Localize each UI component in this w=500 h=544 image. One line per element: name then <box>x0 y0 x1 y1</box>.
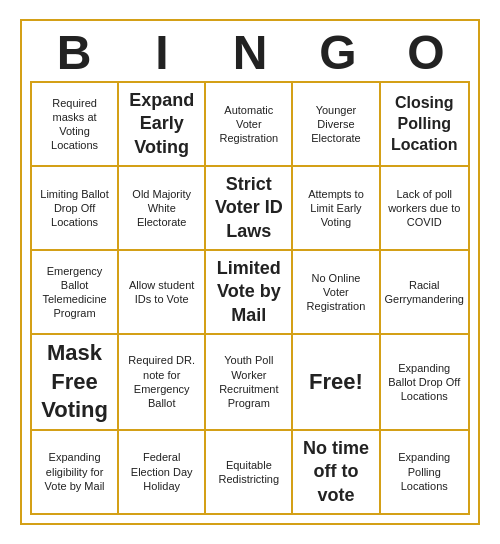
bingo-cell-11[interactable]: Allow student IDs to Vote <box>118 250 205 334</box>
bingo-cell-9[interactable]: Lack of poll workers due to COVID <box>380 166 469 250</box>
bingo-cell-22[interactable]: Equitable Redistricting <box>205 430 292 514</box>
header-n: N <box>208 29 292 77</box>
bingo-cell-6[interactable]: Old Majority White Electorate <box>118 166 205 250</box>
bingo-cell-3[interactable]: Younger Diverse Electorate <box>292 82 379 166</box>
bingo-cell-20[interactable]: Expanding eligibility for Vote by Mail <box>31 430 118 514</box>
header-i: I <box>120 29 204 77</box>
bingo-cell-24[interactable]: Expanding Polling Locations <box>380 430 469 514</box>
header-o: O <box>384 29 468 77</box>
bingo-cell-15[interactable]: Mask Free Voting <box>31 334 118 430</box>
bingo-cell-5[interactable]: Limiting Ballot Drop Off Locations <box>31 166 118 250</box>
bingo-header: B I N G O <box>30 29 470 77</box>
bingo-cell-17[interactable]: Youth Poll Worker Recruitment Program <box>205 334 292 430</box>
bingo-cell-1[interactable]: Expand Early Voting <box>118 82 205 166</box>
bingo-cell-0[interactable]: Required masks at Voting Locations <box>31 82 118 166</box>
bingo-grid: Required masks at Voting LocationsExpand… <box>30 81 470 515</box>
bingo-cell-14[interactable]: Racial Gerrymandering <box>380 250 469 334</box>
header-b: B <box>32 29 116 77</box>
bingo-cell-4[interactable]: Closing Polling Location <box>380 82 469 166</box>
bingo-cell-16[interactable]: Required DR. note for Emergency Ballot <box>118 334 205 430</box>
bingo-cell-23[interactable]: No time off to vote <box>292 430 379 514</box>
bingo-card: B I N G O Required masks at Voting Locat… <box>20 19 480 525</box>
bingo-cell-19[interactable]: Expanding Ballot Drop Off Locations <box>380 334 469 430</box>
bingo-cell-2[interactable]: Automatic Voter Registration <box>205 82 292 166</box>
bingo-cell-21[interactable]: Federal Election Day Holiday <box>118 430 205 514</box>
bingo-cell-13[interactable]: No Online Voter Registration <box>292 250 379 334</box>
bingo-cell-12[interactable]: Limited Vote by Mail <box>205 250 292 334</box>
bingo-cell-7[interactable]: Strict Voter ID Laws <box>205 166 292 250</box>
header-g: G <box>296 29 380 77</box>
bingo-cell-10[interactable]: Emergency Ballot Telemedicine Program <box>31 250 118 334</box>
bingo-cell-18[interactable]: Free! <box>292 334 379 430</box>
bingo-cell-8[interactable]: Attempts to Limit Early Voting <box>292 166 379 250</box>
